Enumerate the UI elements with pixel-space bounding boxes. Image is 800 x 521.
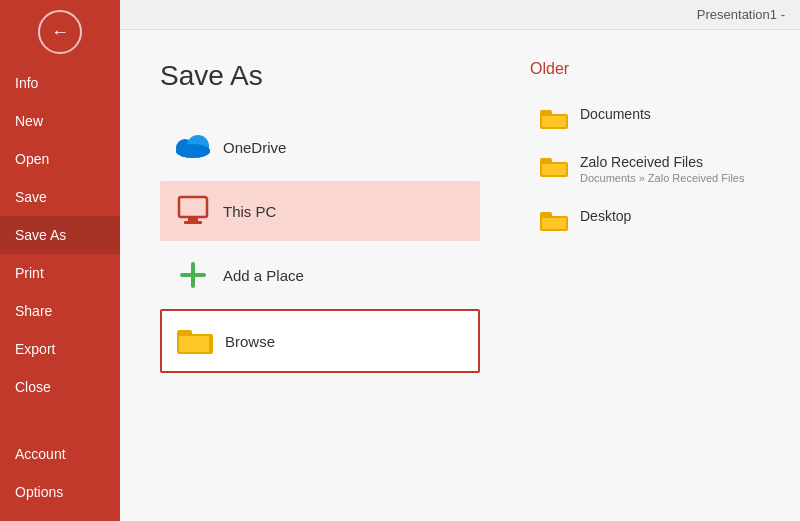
page-title: Save As [160,60,480,92]
recent-item-documents[interactable]: Documents [530,98,760,138]
location-browse[interactable]: Browse [160,309,480,373]
sidebar-item-info[interactable]: Info [0,64,120,102]
sidebar-item-new[interactable]: New [0,102,120,140]
documents-name: Documents [580,106,651,122]
left-panel: Save As OneDrive [160,60,480,491]
filename-label: Presentation1 - [697,7,785,22]
this-pc-icon [175,193,211,229]
sidebar-item-close[interactable]: Close [0,368,120,406]
svg-point-3 [176,144,210,158]
right-panel: Older Documents [480,60,760,491]
svg-rect-16 [540,158,552,165]
sidebar-item-export[interactable]: Export [0,330,120,368]
add-place-label: Add a Place [223,267,304,284]
sidebar-bottom: Account Options [0,435,120,511]
recent-item-zalo[interactable]: Zalo Received Files Documents » Zalo Rec… [530,146,760,192]
svg-rect-17 [542,164,566,175]
location-this-pc[interactable]: This PC [160,181,480,241]
sidebar-item-account[interactable]: Account [0,435,120,473]
zalo-info: Zalo Received Files Documents » Zalo Rec… [580,154,744,184]
zalo-folder-icon [540,156,568,178]
desktop-name: Desktop [580,208,631,224]
svg-rect-19 [540,212,552,219]
back-button[interactable]: ← [38,10,82,54]
location-add-place[interactable]: Add a Place [160,245,480,305]
svg-rect-14 [542,116,566,127]
desktop-folder-icon [540,210,568,232]
desktop-info: Desktop [580,208,631,224]
svg-rect-4 [179,197,207,217]
older-title: Older [530,60,760,78]
main-content: Presentation1 - Save As OneDrive [120,0,800,521]
svg-rect-20 [542,218,566,229]
title-bar: Presentation1 - [120,0,800,30]
zalo-name: Zalo Received Files [580,154,744,170]
svg-rect-11 [179,336,209,352]
sidebar: ← Info New Open Save Save As Print Share… [0,0,120,521]
recent-item-desktop[interactable]: Desktop [530,200,760,240]
save-as-area: Save As OneDrive [120,30,800,521]
sidebar-nav: Info New Open Save Save As Print Share E… [0,64,120,435]
svg-rect-5 [188,217,198,221]
location-onedrive[interactable]: OneDrive [160,117,480,177]
documents-folder-icon [540,108,568,130]
svg-rect-8 [180,273,206,277]
documents-info: Documents [580,106,651,122]
sidebar-item-print[interactable]: Print [0,254,120,292]
sidebar-item-options[interactable]: Options [0,473,120,511]
sidebar-item-save-as[interactable]: Save As [0,216,120,254]
add-place-icon [175,257,211,293]
onedrive-label: OneDrive [223,139,286,156]
svg-rect-13 [540,110,552,117]
this-pc-label: This PC [223,203,276,220]
sidebar-item-open[interactable]: Open [0,140,120,178]
svg-rect-6 [184,221,202,224]
sidebar-item-save[interactable]: Save [0,178,120,216]
sidebar-item-share[interactable]: Share [0,292,120,330]
onedrive-icon [175,129,211,165]
browse-label: Browse [225,333,275,350]
zalo-path: Documents » Zalo Received Files [580,172,744,184]
browse-folder-icon [177,323,213,359]
